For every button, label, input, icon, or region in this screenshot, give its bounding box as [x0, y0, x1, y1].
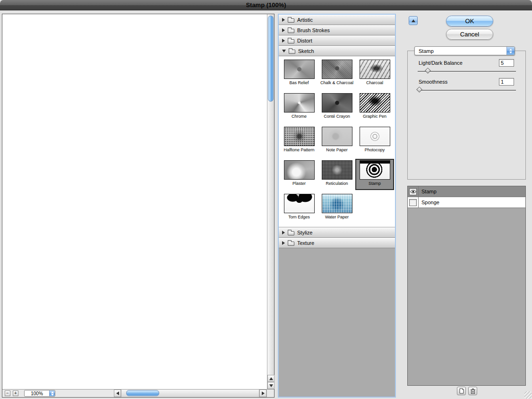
filter-select-popup[interactable]: Stamp	[414, 46, 515, 55]
zoom-level-popup[interactable]: 100%	[24, 390, 55, 397]
delete-effect-layer-button[interactable]	[468, 387, 477, 395]
filter-thumb-bas-relief[interactable]: Bas Relief	[281, 59, 317, 88]
filter-thumb-image	[322, 93, 352, 113]
scroll-right-button[interactable]	[259, 390, 266, 397]
zoom-in-button[interactable]: +	[13, 390, 18, 396]
effect-layer-row-sponge[interactable]: Sponge	[408, 197, 525, 208]
filter-thumb-label: Photocopy	[365, 147, 385, 152]
visibility-toggle[interactable]	[409, 188, 417, 195]
cancel-button[interactable]: Cancel	[446, 29, 493, 40]
collapse-browser-button[interactable]	[409, 16, 418, 25]
scroll-down-button[interactable]	[267, 382, 275, 389]
folder-icon	[288, 18, 294, 23]
disclosure-triangle-icon	[282, 50, 286, 52]
window-title: Stamp (100%)	[246, 1, 286, 9]
filter-select-value: Stamp	[419, 48, 434, 54]
filter-thumb-chrome[interactable]: Chrome	[281, 93, 317, 122]
disclosure-triangle-icon	[282, 39, 285, 43]
horizontal-scrollbar[interactable]	[114, 390, 274, 397]
filter-thumb-image	[322, 60, 352, 79]
titlebar[interactable]: Stamp (100%)	[0, 0, 532, 10]
filter-thumb-image	[360, 60, 390, 79]
window-resize-grip[interactable]	[524, 391, 532, 399]
visibility-column	[408, 186, 419, 197]
filter-thumb-image	[322, 194, 352, 213]
smoothness-slider[interactable]	[418, 90, 516, 91]
filter-thumb-halftone-pattern[interactable]: Halftone Pattern	[281, 126, 317, 156]
filter-thumb-label: Halftone Pattern	[283, 147, 314, 152]
horizontal-scroll-thumb[interactable]	[126, 390, 159, 396]
arrow-up-icon	[269, 377, 273, 380]
visibility-toggle[interactable]	[409, 199, 417, 206]
filter-thumb-image	[284, 93, 315, 113]
vertical-scroll-thumb[interactable]	[268, 16, 274, 102]
filter-thumbnail-grid: Bas Relief Chalk & Charcoal Charcoal Chr…	[279, 56, 395, 227]
filter-thumb-label: Reticulation	[326, 181, 348, 186]
filter-thumb-torn-edges[interactable]: Torn Edges	[281, 193, 317, 223]
category-texture[interactable]: Texture	[279, 238, 395, 248]
new-layer-icon	[459, 388, 464, 394]
filter-thumb-label: Note Paper	[326, 147, 348, 152]
filter-thumb-label: Stamp	[369, 181, 381, 186]
effect-layer-label: Sponge	[419, 197, 439, 208]
filter-thumb-charcoal[interactable]: Charcoal	[356, 59, 393, 88]
param-value-smoothness[interactable]	[499, 78, 514, 86]
filter-thumb-label: Water Paper	[325, 215, 349, 219]
param-value-light-dark-balance[interactable]	[499, 59, 514, 67]
disclosure-triangle-icon	[282, 18, 285, 22]
category-label: Distort	[297, 38, 312, 43]
zoom-stepper[interactable]	[49, 390, 55, 396]
new-effect-layer-button[interactable]	[457, 387, 466, 395]
disclosure-triangle-icon	[282, 241, 285, 245]
category-sketch[interactable]: Sketch	[279, 46, 395, 56]
arrow-right-icon	[262, 391, 265, 395]
filter-browser-empty-area	[279, 248, 395, 397]
filter-thumb-stamp[interactable]: Stamp	[356, 160, 393, 189]
filter-thumb-image	[284, 127, 315, 146]
preview-canvas[interactable]	[2, 14, 267, 389]
category-artistic[interactable]: Artistic	[279, 15, 395, 25]
stepper-up-icon	[51, 391, 54, 393]
filter-thumb-graphic-pen[interactable]: Graphic Pen	[356, 93, 393, 122]
filter-thumb-image	[284, 60, 315, 79]
preview-statusbar: − + 100%	[2, 389, 274, 397]
scrollbar-corner	[266, 390, 274, 397]
ok-button[interactable]: OK	[446, 16, 493, 26]
trash-icon	[470, 388, 476, 394]
filter-thumb-image	[322, 160, 352, 180]
category-label: Brush Strokes	[297, 27, 330, 33]
category-distort[interactable]: Distort	[279, 35, 395, 46]
stepper-up-icon	[509, 49, 512, 51]
scroll-up-button[interactable]	[267, 375, 275, 382]
filter-thumb-image	[360, 160, 390, 180]
horizontal-scroll-track[interactable]	[121, 390, 259, 397]
filter-thumb-water-paper[interactable]: Water Paper	[318, 193, 355, 223]
filter-thumb-label: Graphic Pen	[363, 114, 386, 119]
filter-thumb-conte-crayon[interactable]: Conté Crayon	[318, 93, 355, 122]
effect-layer-buttons	[457, 387, 477, 395]
filter-thumb-label: Bas Relief	[289, 80, 309, 85]
filter-thumb-plaster[interactable]: Plaster	[281, 160, 317, 189]
filter-thumb-chalk-charcoal[interactable]: Chalk & Charcoal	[318, 59, 355, 88]
category-stylize[interactable]: Stylize	[279, 227, 395, 238]
filter-thumb-label: Chalk & Charcoal	[320, 80, 353, 85]
filter-thumb-reticulation[interactable]: Reticulation	[318, 160, 355, 189]
filter-thumb-label: Plaster	[292, 181, 306, 186]
filter-thumb-label: Chrome	[292, 114, 307, 119]
scroll-left-button[interactable]	[114, 390, 121, 397]
category-brush-strokes[interactable]: Brush Strokes	[279, 25, 395, 35]
filter-browser: Artistic Brush Strokes Distort Sketch Ba…	[278, 14, 396, 398]
zoom-out-button[interactable]: −	[5, 390, 10, 396]
filter-thumb-note-paper[interactable]: Note Paper	[318, 126, 355, 156]
filter-thumb-photocopy[interactable]: Photocopy	[356, 126, 393, 156]
light-dark-balance-slider[interactable]	[418, 71, 516, 72]
param-label-light-dark-balance: Light/Dark Balance	[419, 60, 463, 66]
stepper-down-icon	[509, 52, 512, 53]
filter-thumb-image	[284, 160, 315, 180]
folder-icon	[288, 29, 294, 33]
vertical-scrollbar[interactable]	[267, 14, 274, 389]
filter-thumb-label: Torn Edges	[288, 215, 310, 219]
effect-layer-row-stamp[interactable]: Stamp	[408, 186, 525, 197]
collapse-up-icon	[412, 19, 415, 22]
popup-stepper-icon	[506, 47, 515, 55]
